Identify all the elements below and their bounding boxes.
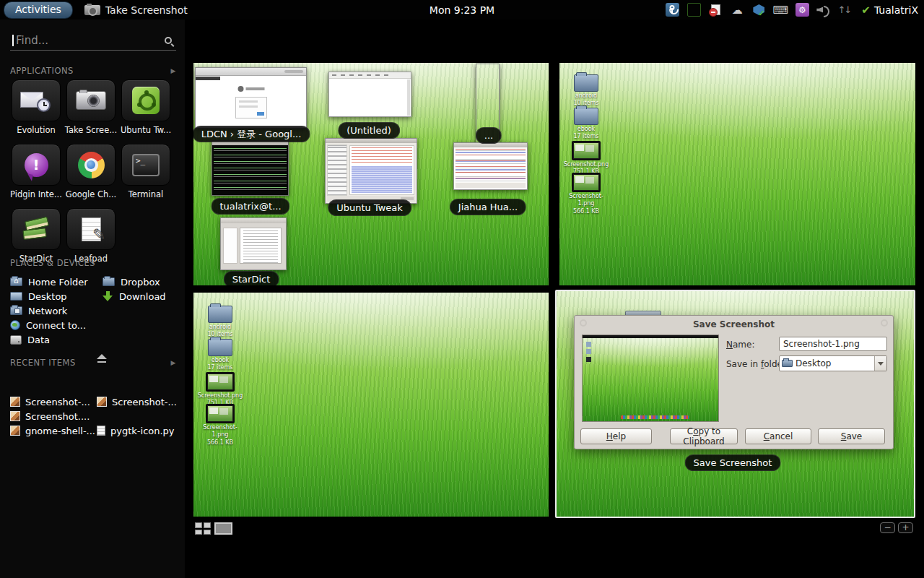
window-terminal[interactable] [212, 140, 289, 196]
window-caption: LDCN › 登录 - Googl... [193, 126, 310, 142]
single-view-icon[interactable] [214, 522, 232, 535]
blocked-document-icon[interactable] [708, 3, 723, 17]
network-icon [10, 306, 22, 315]
save-button[interactable]: Save [818, 428, 885, 444]
window-caption: Save Screenshot [685, 454, 781, 471]
recent-column-right: Screenshot-... pygtk-icon.py [97, 394, 182, 438]
chrome-icon [78, 152, 105, 178]
desktop-icon-ebook[interactable]: ebook 17 items [563, 108, 609, 141]
window-chat[interactable] [453, 142, 528, 190]
folder-icon [574, 74, 598, 92]
place-home-folder[interactable]: Home Folder [10, 275, 101, 289]
help-button[interactable]: Help [580, 428, 652, 444]
clock[interactable]: Mon 9:23 PM [430, 4, 494, 16]
add-workspace-button[interactable]: + [898, 522, 913, 533]
grid-view-icon[interactable] [195, 522, 211, 535]
filename-input[interactable] [779, 337, 887, 351]
ubuntu-tweak-icon [132, 87, 160, 114]
recent-pygtk-icon[interactable]: pygtk-icon.py [97, 423, 182, 438]
recent-expand-icon[interactable]: ▶ [171, 359, 176, 366]
dropbox-folder-icon [103, 277, 115, 286]
dropbox-icon[interactable]: ✓ [751, 3, 766, 17]
home-folder-icon [10, 277, 22, 286]
recent-screenshot-2[interactable]: Screenshot-... [97, 394, 182, 409]
anchor-icon[interactable] [665, 3, 679, 17]
folder-select[interactable]: Desktop [779, 355, 887, 371]
recent-screenshot-1[interactable]: Screenshot-... [10, 394, 95, 409]
copy-to-clipboard-button[interactable]: Copy to Clipboard [670, 428, 738, 444]
places-column-left: Home Folder Desktop Network Connect to..… [10, 275, 101, 347]
desktop-icon-android[interactable]: android 10 items [563, 74, 609, 108]
image-file-icon [10, 397, 20, 407]
folder-icon [208, 339, 232, 356]
app-take-screenshot[interactable]: Take Scree... [64, 79, 118, 135]
volume-icon[interactable] [816, 4, 829, 16]
window-untitled[interactable] [328, 72, 411, 117]
cloud-icon[interactable]: ☁ [730, 3, 744, 17]
desktop-icon-screenshot-1[interactable]: Screenshot-1.png 566.1 KB [563, 173, 609, 215]
dialog-title: Save Screenshot [575, 319, 893, 329]
workspace-thumbnail-2[interactable]: android 10 items ebook 17 items Screensh… [559, 63, 915, 285]
place-dropbox[interactable]: Dropbox [103, 275, 178, 289]
recent-screenshot-3[interactable]: Screenshot.... [10, 409, 95, 423]
app-terminal[interactable]: Terminal [118, 144, 173, 199]
app-google-chrome[interactable]: Google Ch... [64, 144, 118, 199]
text-file-icon [97, 426, 105, 436]
workspace-adjust-controls: − + [880, 522, 913, 533]
place-download[interactable]: Download [103, 289, 178, 303]
window-stardict[interactable] [220, 217, 287, 270]
place-network[interactable]: Network [10, 303, 101, 318]
place-data[interactable]: Data [10, 332, 101, 347]
desktop-icon-screenshot-1[interactable]: Screenshot-1.png 566.1 KB [197, 404, 243, 447]
keyboard-icon[interactable]: ⌨ [773, 3, 788, 17]
image-thumbnail-icon [206, 372, 235, 392]
cancel-button[interactable]: Cancel [745, 428, 811, 444]
recent-gnome-shell[interactable]: gnome-shell-... [10, 423, 95, 438]
download-icon [103, 291, 113, 302]
window-caption: ... [476, 127, 502, 144]
globe-icon [10, 320, 20, 330]
window-caption: (Untitled) [338, 122, 400, 139]
chevron-down-icon [874, 356, 886, 371]
app-leafpad[interactable]: Leafpad [64, 208, 118, 264]
desktop-icon-screenshot[interactable]: Screenshot.png 751.1 KB [563, 141, 609, 176]
desktop-icon-android[interactable]: android 10 items [197, 306, 243, 339]
workspace-thumbnail-4[interactable]: Save Screenshot Name: Save in folder: De… [555, 290, 915, 518]
window-browser[interactable] [195, 67, 307, 129]
app-ubuntu-tweak[interactable]: Ubuntu Tw... [118, 79, 173, 135]
applications-header: APPLICATIONS ▶ [10, 66, 176, 76]
recent-column-left: Screenshot-... Screenshot.... gnome-shel… [10, 394, 95, 438]
window-ubuntu-tweak[interactable] [325, 138, 417, 204]
user-menu[interactable]: ✔ TualatriX [861, 4, 918, 17]
image-file-icon [97, 397, 107, 407]
purple-gear-icon[interactable]: ⚙ [795, 3, 809, 17]
window-caption: Ubuntu Tweak [328, 199, 411, 216]
places-column-right: Dropbox Download [103, 275, 178, 303]
search-input[interactable]: Find... [10, 30, 176, 51]
workspace-thumbnail-3[interactable]: android 10 items ebook 17 items Screensh… [193, 293, 549, 517]
drive-icon [10, 335, 22, 345]
window-caption: StarDict [224, 271, 279, 285]
overview-sidebar: Find... APPLICATIONS ▶ Evolution Take Sc… [0, 20, 185, 578]
window-caption: tualatrix@t... [211, 198, 289, 215]
place-desktop[interactable]: Desktop [10, 289, 101, 303]
stardict-book-icon[interactable] [687, 3, 701, 17]
image-thumbnail-icon [206, 404, 235, 423]
desktop-icon-screenshot[interactable]: Screenshot.png 751.1 KB [197, 372, 243, 407]
activities-button[interactable]: Activities [4, 1, 73, 19]
folder-icon [782, 360, 793, 367]
app-pidgin[interactable]: ! Pidgin Inte... [9, 144, 64, 199]
remove-workspace-button[interactable]: − [880, 522, 895, 533]
applications-expand-icon[interactable]: ▶ [171, 67, 176, 74]
place-connect-to[interactable]: Connect to... [10, 318, 101, 332]
app-evolution[interactable]: Evolution [9, 79, 64, 135]
network-arrows-icon[interactable]: ↑↓ [837, 3, 851, 17]
pidgin-icon: ! [25, 153, 48, 177]
desktop-icon-ebook[interactable]: ebook 17 items [197, 339, 243, 372]
workspace-thumbnail-1[interactable]: LDCN › 登录 - Googl... (Untitled) ... tual… [193, 63, 549, 285]
focused-app-indicator[interactable]: Take Screenshot [84, 4, 188, 16]
username: TualatriX [874, 4, 918, 16]
window-caption: Jiahua Hua... [450, 199, 526, 215]
camera-icon [76, 91, 106, 110]
app-stardict[interactable]: StarDict [9, 208, 64, 264]
